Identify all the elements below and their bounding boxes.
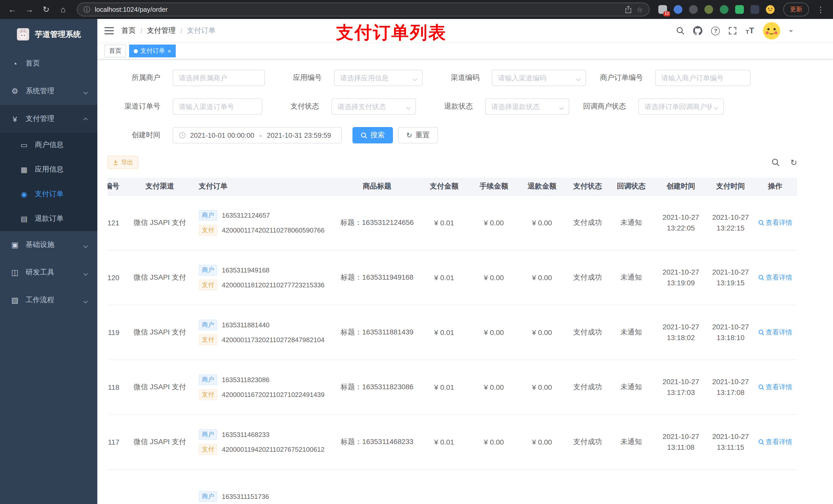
merchant-tag: 商户 (199, 265, 217, 275)
pay-tag: 支付 (199, 224, 217, 235)
merchant-order-no: 1635311823086 (222, 376, 269, 383)
tab-home[interactable]: 首页 (104, 45, 126, 57)
pay-status-input[interactable] (338, 103, 404, 111)
view-detail-link[interactable]: 查看详情 (758, 382, 792, 391)
address-bar[interactable]: ⓘ localhost:1024/pay/order ☆ (77, 3, 649, 16)
extension-icon-6[interactable] (735, 5, 744, 14)
bookmark-star-icon[interactable]: ☆ (637, 5, 643, 14)
breadcrumb-separator: / (180, 27, 182, 35)
reset-button[interactable]: ↻ 重置 (398, 127, 438, 143)
breadcrumb-pay-manage[interactable]: 支付管理 (147, 26, 176, 35)
view-detail-link[interactable]: 查看详情 (758, 437, 792, 447)
pay-status-select[interactable] (331, 98, 416, 115)
app-logo: 芋道管理系统 (0, 19, 97, 50)
merchant-select[interactable] (173, 70, 265, 86)
sidebar-item-refund-order[interactable]: ▤ 退款订单 (0, 207, 97, 231)
pay-status: 支付成功 (567, 250, 609, 305)
channel-code-input[interactable] (498, 74, 574, 82)
site-info-icon[interactable]: ⓘ (84, 5, 90, 14)
channel-pay-no: 4200001167202110271022491439 (222, 390, 325, 398)
breadcrumb-home[interactable]: 首页 (121, 26, 136, 35)
view-detail-link[interactable]: 查看详情 (758, 328, 792, 337)
channel-order-no-input[interactable] (179, 103, 256, 111)
notify-status-select[interactable] (638, 98, 724, 115)
view-detail-link[interactable]: 查看详情 (758, 273, 792, 282)
extension-icon-5[interactable] (720, 5, 729, 14)
sidebar-item-label: 工作流程 (26, 295, 54, 305)
app-no-select[interactable] (334, 70, 423, 86)
avatar-dropdown-caret[interactable] (789, 30, 793, 34)
app-no-select-input[interactable] (340, 74, 410, 82)
export-button[interactable]: 导出 (108, 156, 138, 169)
refund-status-input[interactable] (491, 103, 557, 111)
browser-home-icon[interactable]: ⌂ (58, 5, 68, 14)
browser-update-button[interactable]: 更新 (783, 3, 809, 16)
tab-pay-order[interactable]: 支付订单 × (129, 45, 176, 57)
filter-channel-order-no: 渠道订单号 (108, 98, 262, 115)
create-time: 2021-10-2713:19:09 (654, 250, 708, 305)
sidebar-item-infrastructure[interactable]: ▣ 基础设施 (0, 231, 97, 259)
view-detail-link[interactable]: 查看详情 (758, 218, 792, 227)
fullscreen-icon[interactable] (729, 27, 737, 35)
sidebar-item-merchant-info[interactable]: ▭ 商户信息 (0, 133, 97, 157)
sidebar-item-workflow[interactable]: ▧ 工作流程 (0, 286, 97, 314)
forward-icon[interactable]: → (24, 5, 34, 14)
chevron-down-icon (715, 103, 718, 111)
pay-channel: 微信 JSAPI 支付 (126, 414, 194, 469)
dashboard-icon: ◔ (10, 59, 20, 68)
create-time-range-picker[interactable]: 2021-10-01 00:00:00 - 2021-10-31 23:59:5… (173, 127, 342, 143)
sidebar-item-pay-order[interactable]: ◉ 支付订单 (0, 182, 97, 207)
notify-status: 未通知 (609, 305, 654, 360)
font-size-icon[interactable]: TT (746, 27, 754, 35)
magnifier-icon (758, 329, 764, 335)
pay-order-cell: 商户1635311468233 支付4200001194202110276752… (194, 414, 336, 469)
filter-row-3: 创建时间 2021-10-01 00:00:00 - 2021-10-31 23… (108, 127, 823, 143)
sidebar-item-label: 应用信息 (35, 165, 64, 174)
github-icon[interactable] (693, 26, 703, 35)
search-icon[interactable] (676, 27, 685, 35)
extension-icon-3[interactable] (689, 5, 698, 14)
pay-channel: 微信 JSAPI 支付 (126, 305, 194, 360)
navbar-icons: ? TT (676, 22, 825, 40)
extension-icon-2[interactable] (674, 5, 682, 14)
sidebar-item-devtools[interactable]: ◫ 研发工具 (0, 259, 97, 286)
channel-code-select[interactable] (492, 70, 586, 86)
download-icon (113, 159, 118, 165)
sidebar-item-app-info[interactable]: ▦ 应用信息 (0, 157, 97, 182)
filter-label: 支付状态 (266, 102, 331, 111)
extension-icon-4[interactable] (705, 5, 713, 14)
reload-icon[interactable]: ↻ (41, 5, 51, 14)
menu-collapse-icon[interactable] (104, 27, 114, 35)
extension-icon-1[interactable]: 10 (658, 5, 667, 14)
search-icon (361, 132, 367, 139)
pay-status: 支付成功 (567, 360, 609, 414)
search-button[interactable]: 搜索 (353, 127, 393, 143)
user-avatar[interactable] (763, 22, 780, 40)
share-icon[interactable] (625, 6, 632, 13)
sidebar-item-label: 退款订单 (35, 214, 64, 223)
sidebar-item-label: 商户信息 (35, 140, 64, 149)
back-icon[interactable]: ← (7, 5, 18, 14)
channel-order-no-field[interactable] (173, 98, 262, 115)
table-row: 121 微信 JSAPI 支付 商户1635312124657 支付420000… (108, 195, 797, 250)
notify-status-input[interactable] (644, 103, 712, 111)
merchant-order-no-input[interactable] (661, 74, 744, 82)
profile-emoji-icon[interactable] (766, 5, 775, 14)
extension-icon-7[interactable] (751, 5, 759, 14)
pay-time: 2021-10-2713:11:15 (708, 414, 753, 469)
merchant-order-no-field[interactable] (655, 70, 751, 86)
merchant-order-no: 1635311949168 (222, 266, 269, 274)
table-search-toggle-icon[interactable] (771, 158, 780, 166)
filter-create-time: 创建时间 2021-10-01 00:00:00 - 2021-10-31 23… (108, 127, 342, 143)
help-icon[interactable]: ? (711, 26, 720, 35)
browser-menu-icon[interactable]: ⋮ (815, 6, 826, 13)
tab-close-icon[interactable]: × (168, 48, 171, 54)
sidebar-item-home[interactable]: ◔ 首页 (0, 50, 97, 77)
sidebar-item-payment[interactable]: ¥ 支付管理 (0, 105, 97, 133)
header-status: 支付状态 (567, 178, 609, 195)
sidebar-item-system[interactable]: ⚙ 系统管理 (0, 77, 97, 105)
merchant-select-input[interactable] (179, 74, 259, 82)
refund-amount: ¥ 0.00 (518, 360, 567, 414)
refund-status-select[interactable] (485, 98, 569, 115)
table-refresh-icon[interactable]: ↻ (790, 158, 797, 167)
